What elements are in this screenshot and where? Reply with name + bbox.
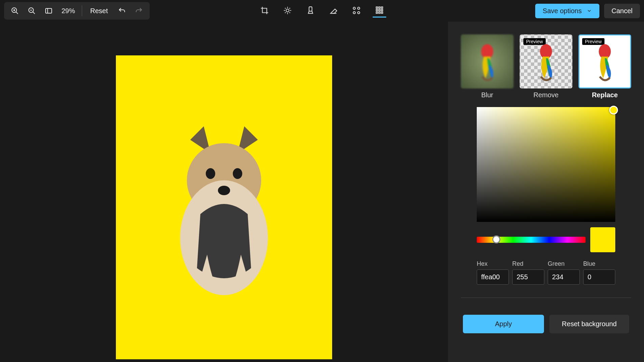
markup-icon[interactable] xyxy=(304,4,317,18)
erase-icon[interactable] xyxy=(327,4,340,18)
canvas[interactable] xyxy=(116,55,332,359)
tool-tabs xyxy=(258,4,386,18)
hex-input[interactable] xyxy=(477,269,509,285)
apply-button[interactable]: Apply xyxy=(463,315,544,333)
save-options-label: Save options xyxy=(543,7,582,15)
color-swatch xyxy=(590,227,615,252)
panel-actions: Apply Reset background xyxy=(461,315,631,333)
thumb-parrot xyxy=(579,35,630,87)
red-input[interactable] xyxy=(512,269,544,285)
canvas-area[interactable] xyxy=(0,22,448,362)
saturation-value-picker[interactable] xyxy=(477,107,615,222)
reset-button[interactable]: Reset xyxy=(87,6,111,16)
adjust-icon[interactable] xyxy=(281,4,294,18)
hue-slider-handle[interactable] xyxy=(492,235,500,243)
svg-rect-18 xyxy=(309,7,312,11)
green-label: Green xyxy=(548,260,580,267)
blue-input[interactable] xyxy=(583,269,615,285)
bg-option-remove[interactable]: Preview Remove xyxy=(520,34,572,99)
svg-point-28 xyxy=(218,186,230,195)
zoom-in-icon[interactable] xyxy=(9,5,21,17)
svg-point-20 xyxy=(353,7,355,9)
blue-label: Blue xyxy=(583,260,615,267)
svg-line-16 xyxy=(285,12,286,13)
crop-icon[interactable] xyxy=(258,4,271,18)
background-options: Blur Preview Remove Preview Re xyxy=(461,34,631,99)
toolbar-divider xyxy=(82,5,82,16)
panel-divider xyxy=(461,298,631,298)
zoom-out-icon[interactable] xyxy=(26,5,38,17)
header-actions: Save options Cancel xyxy=(535,4,640,18)
svg-line-14 xyxy=(285,8,286,8)
hue-row xyxy=(477,227,615,252)
hue-slider[interactable] xyxy=(477,237,586,243)
svg-point-26 xyxy=(206,168,215,179)
chevron-down-icon xyxy=(587,8,592,14)
save-options-button[interactable]: Save options xyxy=(535,4,599,18)
background-icon[interactable] xyxy=(373,4,386,18)
bg-option-replace[interactable]: Preview Replace xyxy=(578,34,631,99)
svg-point-23 xyxy=(357,11,360,14)
zoom-toolbar: 29% Reset xyxy=(4,2,150,20)
sv-picker-handle[interactable] xyxy=(609,106,618,114)
retouch-icon[interactable] xyxy=(350,4,363,18)
hex-label: Hex xyxy=(477,260,509,267)
thumb-parrot xyxy=(462,35,513,87)
zoom-percent[interactable]: 29% xyxy=(59,7,77,15)
subject-image xyxy=(160,120,288,295)
fit-screen-icon[interactable] xyxy=(43,5,55,17)
thumb-parrot xyxy=(521,35,571,87)
svg-line-5 xyxy=(33,12,35,14)
bg-option-blur-label: Blur xyxy=(461,91,514,99)
svg-line-17 xyxy=(289,8,290,8)
bg-option-remove-label: Remove xyxy=(520,91,572,99)
cancel-button[interactable]: Cancel xyxy=(604,4,640,18)
svg-line-1 xyxy=(16,12,18,14)
svg-point-27 xyxy=(233,168,242,179)
redo-icon[interactable] xyxy=(133,5,145,17)
svg-point-21 xyxy=(357,7,360,9)
workspace: Blur Preview Remove Preview Re xyxy=(0,22,644,362)
reset-background-button[interactable]: Reset background xyxy=(549,315,629,333)
red-label: Red xyxy=(512,260,544,267)
color-inputs: Hex Red Green Blue xyxy=(477,260,615,285)
svg-rect-7 xyxy=(46,8,52,13)
top-toolbar: 29% Reset Save options xyxy=(0,0,644,22)
bg-option-blur[interactable]: Blur xyxy=(461,34,514,99)
svg-line-15 xyxy=(289,12,290,13)
bg-option-replace-label: Replace xyxy=(578,91,631,99)
background-panel: Blur Preview Remove Preview Re xyxy=(448,22,644,362)
svg-point-9 xyxy=(286,9,289,12)
undo-icon[interactable] xyxy=(116,5,128,17)
green-input[interactable] xyxy=(548,269,580,285)
svg-point-22 xyxy=(353,11,355,14)
